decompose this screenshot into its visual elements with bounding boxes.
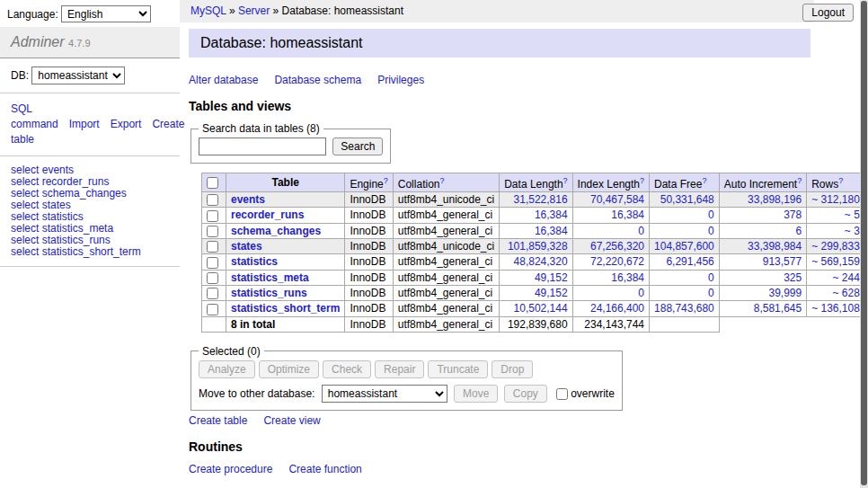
truncate-button[interactable]: Truncate	[428, 360, 488, 378]
sidebar-table-link[interactable]: recorder_runs	[42, 175, 110, 188]
select-link[interactable]: select	[11, 187, 39, 200]
sidebar-table-link[interactable]: events	[42, 164, 74, 176]
table-name-link[interactable]: statistics	[231, 255, 278, 268]
search-input[interactable]	[199, 138, 326, 155]
analyze-button[interactable]: Analyze	[199, 360, 255, 378]
auto-increment-link[interactable]: 8,581,645	[754, 302, 802, 315]
select-link[interactable]: select	[11, 164, 39, 176]
index-length-link[interactable]: 0	[638, 225, 644, 237]
sidebar-table-link[interactable]: states	[42, 199, 71, 211]
data-length-link[interactable]: 49,152	[535, 271, 568, 284]
check-all-checkbox[interactable]	[207, 177, 218, 189]
sidebar-table-link[interactable]: statistics_meta	[42, 222, 113, 235]
data-free-link[interactable]: 6,291,456	[666, 255, 713, 268]
overwrite-checkbox[interactable]	[556, 388, 568, 400]
row-checkbox[interactable]	[207, 304, 218, 315]
index-length-link[interactable]: 70,467,584	[590, 193, 644, 206]
help-link[interactable]: ?	[384, 176, 388, 185]
row-checkbox[interactable]	[207, 241, 218, 253]
index-length-link[interactable]: 0	[638, 287, 644, 299]
auto-increment-link[interactable]: 913,577	[763, 255, 802, 268]
copy-button[interactable]: Copy	[504, 385, 547, 403]
drop-button[interactable]: Drop	[492, 360, 533, 378]
sidebar-action-export[interactable]: Export	[111, 118, 142, 130]
link-database-schema[interactable]: Database schema	[274, 74, 361, 86]
help-link[interactable]: ?	[640, 176, 644, 185]
select-link[interactable]: select	[11, 222, 39, 235]
rows-link[interactable]: ~ 628	[833, 287, 860, 299]
rows-link[interactable]: ~ 3	[845, 225, 860, 237]
table-name-link[interactable]: recorder_runs	[231, 209, 304, 221]
data-length-link[interactable]: 10,502,144	[514, 302, 568, 315]
sidebar-table-link[interactable]: statistics_short_term	[42, 245, 141, 258]
db-select[interactable]: homeassistant	[31, 67, 125, 84]
help-link[interactable]: ?	[838, 176, 843, 185]
rows-link[interactable]: ~ 244	[833, 271, 860, 284]
link-create-view[interactable]: Create view	[263, 414, 320, 427]
data-free-link[interactable]: 188,743,680	[654, 302, 714, 315]
sidebar-table-link[interactable]: statistics	[42, 210, 84, 223]
index-length-link[interactable]: 24,166,400	[590, 302, 644, 315]
row-checkbox[interactable]	[207, 210, 218, 222]
data-length-link[interactable]: 31,522,816	[514, 193, 568, 206]
sidebar-table-link[interactable]: schema_changes	[42, 187, 127, 200]
help-link[interactable]: ?	[797, 176, 802, 185]
index-length-link[interactable]: 16,384	[611, 271, 644, 284]
data-free-link[interactable]: 0	[708, 225, 714, 237]
breadcrumb-item-server[interactable]: Server	[238, 4, 270, 17]
repair-button[interactable]: Repair	[375, 360, 424, 378]
index-length-link[interactable]: 67,256,320	[590, 240, 644, 253]
index-length-link[interactable]: 16,384	[611, 209, 644, 221]
row-checkbox[interactable]	[207, 272, 218, 284]
data-length-link[interactable]: 16,384	[535, 209, 568, 221]
check-button[interactable]: Check	[323, 360, 371, 378]
row-checkbox[interactable]	[207, 194, 218, 206]
data-free-link[interactable]: 50,331,648	[660, 193, 714, 206]
data-free-link[interactable]: 104,857,600	[654, 240, 714, 253]
help-link[interactable]: ?	[439, 176, 444, 185]
row-checkbox[interactable]	[207, 226, 218, 237]
table-name-link[interactable]: statistics_runs	[231, 287, 307, 299]
link-create-table[interactable]: Create table	[189, 414, 247, 427]
data-free-link[interactable]: 0	[708, 209, 714, 221]
search-button[interactable]: Search	[332, 138, 383, 155]
auto-increment-link[interactable]: 33,898,196	[748, 193, 802, 206]
data-length-link[interactable]: 101,859,328	[508, 240, 568, 253]
data-free-link[interactable]: 0	[708, 287, 714, 299]
sidebar-table-link[interactable]: statistics_runs	[42, 234, 111, 246]
table-name-link[interactable]: schema_changes	[231, 225, 321, 237]
move-db-select[interactable]: homeassistant	[322, 385, 447, 403]
table-name-link[interactable]: events	[231, 193, 265, 206]
sidebar-action-sql-command[interactable]: SQL command	[11, 102, 58, 130]
table-name-link[interactable]: statistics_short_term	[231, 302, 340, 315]
rows-link[interactable]: ~ 136,108	[811, 302, 860, 315]
data-free-link[interactable]: 0	[708, 271, 714, 284]
table-name-link[interactable]: statistics_meta	[231, 271, 309, 284]
rows-link[interactable]: ~ 5	[845, 209, 860, 221]
row-checkbox[interactable]	[207, 288, 218, 299]
overwrite-label[interactable]: overwrite	[556, 387, 615, 400]
row-checkbox[interactable]	[207, 257, 218, 269]
sidebar-action-import[interactable]: Import	[69, 118, 100, 130]
auto-increment-link[interactable]: 378	[784, 209, 802, 221]
link-create-procedure[interactable]: Create procedure	[189, 463, 272, 475]
data-length-link[interactable]: 49,152	[535, 287, 568, 299]
index-length-link[interactable]: 72,220,672	[590, 255, 644, 268]
rows-link[interactable]: ~ 569,159	[811, 255, 860, 268]
optimize-button[interactable]: Optimize	[259, 360, 319, 378]
link-create-function[interactable]: Create function	[288, 463, 361, 475]
select-link[interactable]: select	[11, 210, 39, 223]
rows-link[interactable]: ~ 312,180	[811, 193, 860, 206]
scrollbar[interactable]	[860, 0, 868, 488]
scrollbar-thumb[interactable]	[861, 1, 867, 485]
help-link[interactable]: ?	[702, 176, 706, 185]
select-link[interactable]: select	[11, 234, 39, 246]
auto-increment-link[interactable]: 6	[795, 225, 802, 237]
auto-increment-link[interactable]: 39,999	[768, 287, 802, 299]
help-link[interactable]: ?	[563, 176, 568, 185]
link-alter-database[interactable]: Alter database	[189, 74, 258, 86]
select-link[interactable]: select	[11, 175, 39, 188]
move-button[interactable]: Move	[454, 385, 498, 403]
select-link[interactable]: select	[11, 245, 39, 258]
data-length-link[interactable]: 16,384	[535, 225, 568, 237]
